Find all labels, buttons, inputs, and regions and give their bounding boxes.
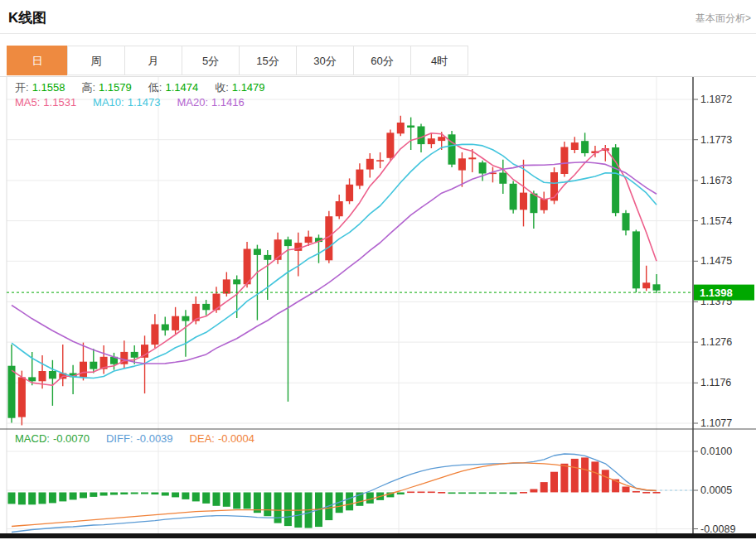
legend-high-value: 1.1579: [99, 81, 132, 94]
candles-layer: [8, 116, 661, 426]
svg-text:1.1176: 1.1176: [700, 377, 731, 388]
legend-open-label: 开:: [15, 81, 29, 94]
tab-5min[interactable]: 5分: [182, 46, 240, 75]
legend-ma10-label: MA10:: [93, 96, 124, 108]
kline-page: 1.18721.17731.16731.15741.14751.13751.12…: [0, 0, 756, 540]
legend-close: 收:1.1479: [215, 81, 268, 94]
legend-ma20-value: 1.1416: [211, 96, 245, 108]
legend-close-label: 收:: [215, 81, 229, 94]
legend-dea: DEA:-0.0004: [190, 432, 258, 445]
svg-text:1.1475: 1.1475: [700, 255, 732, 267]
legend-close-value: 1.1479: [232, 81, 265, 94]
macd-legend-row: MACD:-0.0070DIFF:-0.0039DEA:-0.0004: [15, 432, 271, 445]
ma20-line: [12, 162, 657, 364]
svg-text:1.1773: 1.1773: [700, 134, 732, 146]
legend-low-value: 1.1474: [165, 81, 198, 94]
legend-macd: MACD:-0.0070: [15, 432, 93, 445]
ma-legend-row: MA5:1.1531MA10:1.1473MA20:1.1416: [15, 96, 261, 108]
page-title: K线图: [8, 8, 46, 27]
tab-month[interactable]: 月: [124, 46, 182, 75]
tab-day[interactable]: 日: [7, 46, 68, 75]
macd-histogram: [8, 457, 661, 528]
svg-text:1.1673: 1.1673: [700, 175, 732, 186]
legend-ma5: MA5:1.1531: [15, 96, 80, 108]
header-divider: [0, 33, 756, 34]
legend-ma10: MA10:1.1473: [93, 96, 163, 108]
macd-gridlines: [7, 451, 693, 529]
svg-text:1.1872: 1.1872: [700, 94, 732, 105]
ohlc-legend-row: 开:1.1558高:1.1579低:1.1474收:1.1479: [15, 80, 282, 95]
legend-ma5-label: MA5:: [15, 96, 40, 108]
svg-text:1.1276: 1.1276: [700, 336, 732, 348]
svg-text:0.0100: 0.0100: [700, 446, 732, 457]
current-price-badge: 1.1398: [694, 285, 754, 301]
tab-4hour[interactable]: 4时: [410, 46, 468, 75]
legend-low-label: 低:: [148, 81, 162, 94]
legend-ma20: MA20:1.1416: [177, 96, 247, 108]
tab-30min[interactable]: 30分: [296, 46, 354, 75]
legend-high-label: 高:: [81, 81, 95, 94]
legend-ma20-label: MA20:: [177, 96, 208, 108]
interval-tabbar: 日周月5分15分30分60分4时: [7, 46, 468, 75]
legend-diff-label: DIFF:: [106, 432, 133, 445]
svg-text:1.1077: 1.1077: [700, 417, 732, 429]
ma5-line: [12, 133, 657, 386]
legend-diff-value: -0.0039: [136, 432, 172, 445]
tabbar-underline: [0, 76, 756, 77]
tab-week[interactable]: 周: [67, 46, 125, 75]
legend-ma10-value: 1.1473: [128, 96, 161, 108]
price-gridlines: [7, 99, 693, 423]
dea-line: [12, 463, 657, 527]
legend-open: 开:1.1558: [15, 81, 68, 94]
legend-low: 低:1.1474: [148, 81, 201, 94]
legend-dea-value: -0.0004: [218, 432, 254, 445]
legend-diff: DIFF:-0.0039: [106, 432, 177, 445]
legend-macd-value: -0.0070: [53, 432, 90, 445]
macd-axis-labels: 0.01000.0005-0.0089: [693, 446, 735, 535]
svg-text:0.0005: 0.0005: [700, 485, 732, 496]
svg-text:1.1574: 1.1574: [700, 215, 732, 227]
legend-macd-label: MACD:: [15, 432, 50, 445]
legend-high: 高:1.1579: [81, 81, 134, 94]
tab-15min[interactable]: 15分: [239, 46, 297, 75]
legend-dea-label: DEA:: [190, 432, 215, 445]
price-axis-labels: 1.18721.17731.16731.15741.14751.13751.12…: [693, 94, 732, 429]
tab-60min[interactable]: 60分: [353, 46, 411, 75]
legend-ma5-value: 1.1531: [43, 96, 76, 108]
svg-text:-0.0089: -0.0089: [700, 523, 735, 535]
svg-text:1.1398: 1.1398: [700, 287, 733, 299]
fundamental-analysis-link[interactable]: 基本面分析>: [695, 12, 751, 26]
legend-open-value: 1.1558: [32, 81, 65, 94]
bottom-bar: [0, 533, 756, 538]
